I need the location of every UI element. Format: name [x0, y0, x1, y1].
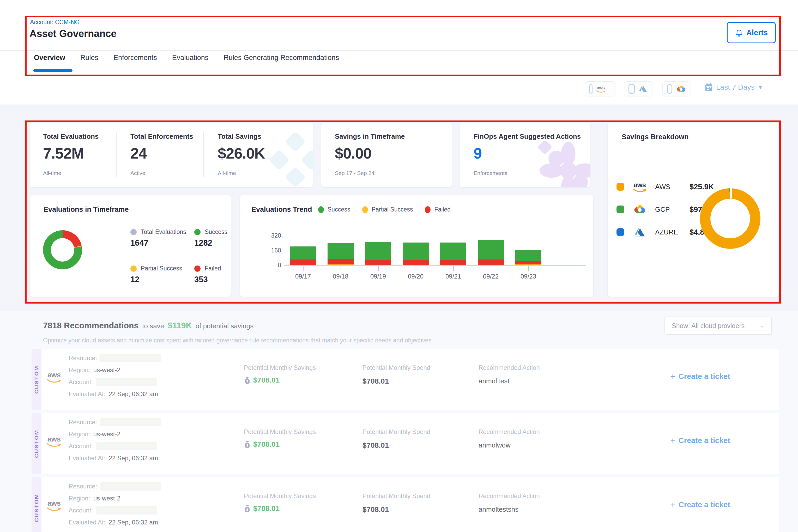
account-line: Account: [69, 378, 157, 386]
legend-failed[interactable]: Failed [425, 206, 451, 213]
tab-rules[interactable]: Rules [80, 54, 98, 64]
redacted-resource-value [100, 418, 162, 426]
aws-checkbox[interactable] [589, 84, 592, 94]
aws-swatch [616, 183, 624, 191]
aws-icon: aws [47, 500, 61, 511]
legend-item-total: Total Evaluations [130, 228, 186, 235]
trend-bar-09/21 [440, 243, 466, 265]
create-ticket-button[interactable]: + Create a ticket [670, 372, 730, 382]
alerts-label: Alerts [746, 28, 768, 37]
cloud-provider-filter-dropdown[interactable]: Show: All cloud providers ⌄ [664, 317, 772, 335]
legend-partial-success[interactable]: Partial Success [362, 206, 413, 213]
date-range-picker[interactable]: Last 7 Days ▼ [705, 83, 763, 92]
x-axis-tick-label: 09/21 [438, 273, 469, 280]
resource-label: Resource: [69, 483, 97, 490]
region-line: Region: us-west-2 [69, 430, 120, 439]
account-line: Account: [69, 442, 157, 451]
evaluated-label: Evaluated At: [69, 455, 106, 462]
plus-icon: + [670, 436, 676, 446]
region-label: Region: [69, 431, 90, 438]
resource-line: Resource: [69, 482, 162, 491]
brand-watermark [266, 133, 313, 187]
tab-enforcements[interactable]: Enforcements [113, 54, 157, 64]
gcp-checkbox[interactable] [667, 84, 672, 94]
aws-icon: aws [596, 86, 605, 93]
stat-label: Savings in Timeframe [335, 132, 405, 140]
x-axis-tick [378, 266, 379, 271]
summary-stats-card: Total Evaluations 7.52M All-time Total E… [30, 122, 313, 187]
legend-value: 1647 [130, 239, 148, 248]
flower-watermark [538, 140, 590, 187]
action-label: Recommended Action [478, 428, 540, 436]
legend-success[interactable]: Success [318, 206, 350, 213]
legend-label: Total Evaluations [141, 228, 186, 235]
azure-swatch [616, 228, 624, 236]
savings-in-timeframe-card: Savings in Timeframe $0.00 Sep 17 - Sep … [321, 122, 452, 187]
region-line: Region: us-west-2 [69, 494, 120, 503]
legend-label: Success [327, 206, 350, 213]
evaluated-label: Evaluated At: [69, 391, 106, 398]
region-label: Region: [69, 495, 90, 502]
savings-value: $ $708.01 [244, 440, 280, 449]
legend-item-aws: aws AWS $25.9K [616, 179, 714, 194]
create-ticket-button[interactable]: + Create a ticket [670, 500, 730, 510]
recommendations-amount: $119K [168, 321, 192, 330]
plus-icon: + [670, 372, 676, 382]
savings-label: Potential Monthly Savings [244, 428, 316, 436]
x-axis-tick-label: 09/23 [513, 273, 544, 280]
azure-filter-chip[interactable] [624, 81, 652, 96]
stat-sub: Enforcements [474, 170, 508, 176]
spend-label: Potential Monthly Spend [362, 364, 430, 372]
stat-value: 24 [130, 145, 147, 162]
legend-item-azure: AZURE $4.88 [616, 225, 708, 240]
redacted-account-value [96, 378, 157, 386]
total-dot [130, 229, 137, 235]
stat-label: FinOps Agent Suggested Actions [474, 132, 581, 140]
redacted-account-value [96, 506, 157, 515]
redacted-account-value [96, 442, 157, 450]
action-value: anmoltestsns [478, 506, 518, 513]
legend-item-partial: Partial Success [130, 265, 182, 272]
x-axis-tick-label: 09/22 [475, 273, 507, 280]
recommendations-description: Optimize your cloud assets and minimize … [43, 337, 433, 344]
account-label: Account: [69, 507, 93, 514]
tab-rules-generating-recommendations[interactable]: Rules Generating Recommendations [224, 54, 339, 64]
partial-dot [362, 206, 368, 213]
account-breadcrumb[interactable]: Account: CCM-NG [30, 19, 79, 26]
evaluated-value: 22 Sep, 06:32 am [109, 391, 158, 398]
tab-overview[interactable]: Overview [34, 54, 65, 64]
x-axis-tick-label: 09/17 [287, 273, 319, 280]
create-ticket-button[interactable]: + Create a ticket [670, 436, 730, 446]
stat-value: 9 [474, 145, 482, 162]
stat-label: Total Evaluations [43, 132, 99, 140]
spend-label: Potential Monthly Spend [362, 428, 430, 436]
custom-badge: CUSTOM [32, 477, 41, 532]
aws-filter-chip[interactable]: aws [585, 81, 615, 96]
evaluated-label: Evaluated At: [69, 519, 106, 526]
create-ticket-label: Create a ticket [679, 500, 730, 509]
tab-evaluations[interactable]: Evaluations [172, 54, 209, 64]
spend-value: $708.01 [362, 506, 389, 514]
x-axis-tick [453, 266, 454, 271]
region-value: us-west-2 [93, 495, 120, 502]
trend-bar-09/23 [515, 250, 542, 265]
aws-icon: aws [47, 436, 61, 447]
region-line: Region: us-west-2 [69, 366, 120, 375]
azure-checkbox[interactable] [628, 84, 635, 94]
region-value: us-west-2 [93, 431, 120, 438]
region-value: us-west-2 [93, 366, 120, 374]
card-title: Evaluations Trend [251, 206, 312, 214]
legend-label: Failed [434, 206, 451, 213]
gcp-filter-chip[interactable] [662, 81, 691, 96]
legend-label: Partial Success [372, 206, 413, 213]
stat-value: 7.52M [43, 145, 84, 162]
custom-badge: CUSTOM [32, 349, 41, 410]
savings-breakdown-donut-chart [700, 188, 760, 249]
legend-label: Success [205, 228, 227, 235]
active-tab-indicator [33, 69, 73, 72]
custom-badge: CUSTOM [32, 413, 41, 474]
alerts-button[interactable]: Alerts [727, 22, 776, 43]
bell-icon [735, 28, 743, 37]
account-line: Account: [69, 506, 157, 515]
trend-bar-09/20 [403, 243, 429, 265]
